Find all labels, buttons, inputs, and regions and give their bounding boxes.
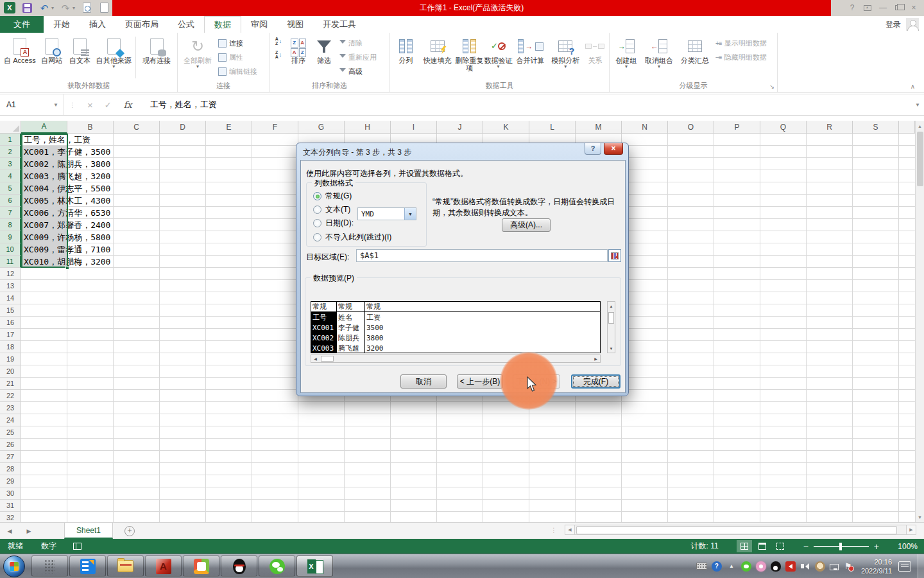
- row-header-14[interactable]: 14: [0, 292, 21, 304]
- data-validation-button[interactable]: ✓数据验证▾: [484, 34, 513, 81]
- sort-descending-button[interactable]: ZA↓: [271, 49, 286, 59]
- row-header-23[interactable]: 23: [0, 402, 21, 414]
- taskbar-screen-recorder-button[interactable]: [183, 556, 219, 577]
- redo-caret-icon[interactable]: ▾: [73, 5, 75, 11]
- name-box[interactable]: A1▼: [0, 94, 64, 115]
- taskbar-autocad-button[interactable]: [145, 556, 182, 577]
- column-header-G[interactable]: G: [298, 121, 345, 134]
- ribbon-tab-6[interactable]: 数据: [204, 16, 241, 33]
- restore-button[interactable]: [891, 2, 906, 13]
- volume-icon[interactable]: [800, 561, 810, 572]
- from-web-button[interactable]: 自网站: [38, 34, 66, 81]
- row-header-27[interactable]: 27: [0, 451, 21, 463]
- preview-cell[interactable]: 工号: [311, 312, 337, 322]
- sheet-nav-right-icon[interactable]: ▶: [19, 523, 38, 539]
- confirm-entry-icon[interactable]: ✓: [105, 100, 112, 110]
- row-header-28[interactable]: 28: [0, 463, 21, 475]
- zoom-slider-thumb[interactable]: [839, 543, 842, 550]
- preview-cell[interactable]: XC001: [311, 322, 337, 333]
- preview-cell[interactable]: 李子健: [337, 322, 365, 333]
- preview-cell[interactable]: XC003: [311, 343, 337, 353]
- column-header-F[interactable]: F: [252, 121, 298, 134]
- from-other-sources-button[interactable]: 自其他来源▾: [94, 34, 133, 81]
- from-text-button[interactable]: 自文本: [66, 34, 94, 81]
- column-header-N[interactable]: N: [622, 121, 668, 134]
- cell-A11[interactable]: XC010，胡腊梅，3200: [24, 256, 110, 268]
- row-header-17[interactable]: 17: [0, 329, 21, 341]
- date-format-combo[interactable]: YMD ▼: [357, 207, 416, 220]
- grid-row[interactable]: [21, 451, 915, 463]
- row-header-10[interactable]: 10: [0, 243, 21, 256]
- row-header-18[interactable]: 18: [0, 341, 21, 353]
- row-header-24[interactable]: 24: [0, 414, 21, 426]
- row-header-5[interactable]: 5: [0, 182, 21, 195]
- save-button[interactable]: [21, 2, 33, 13]
- close-button[interactable]: ×: [906, 2, 921, 13]
- range-select-button[interactable]: [608, 249, 621, 262]
- finish-button[interactable]: 完成(F): [571, 374, 620, 389]
- cell-A5[interactable]: XC004，伊志平，5500: [24, 182, 110, 195]
- back-button[interactable]: < 上一步(B): [457, 374, 503, 389]
- row-header-3[interactable]: 3: [0, 158, 21, 170]
- network-icon[interactable]: [830, 564, 839, 570]
- reapply-button[interactable]: 重新应用: [337, 50, 379, 64]
- column-header-K[interactable]: K: [483, 121, 529, 134]
- target-range-input[interactable]: $A$1: [356, 249, 608, 262]
- consolidate-button[interactable]: →合并计算: [513, 34, 548, 81]
- filter-button[interactable]: 筛选: [311, 34, 337, 81]
- sort-button[interactable]: ZAAZ排序: [286, 34, 311, 81]
- keyboard-icon[interactable]: [696, 563, 707, 570]
- row-header-26[interactable]: 26: [0, 439, 21, 451]
- minimize-button[interactable]: —: [875, 2, 891, 13]
- column-header-D[interactable]: D: [160, 121, 206, 134]
- properties-button[interactable]: 属性: [216, 50, 260, 64]
- column-header-J[interactable]: J: [437, 121, 483, 134]
- name-box-caret-icon[interactable]: ▼: [53, 102, 58, 108]
- row-header-22[interactable]: 22: [0, 390, 21, 402]
- ribbon-tab-7[interactable]: 审阅: [241, 16, 277, 33]
- row-header-1[interactable]: 1: [0, 134, 21, 146]
- preview-vscroll-thumb[interactable]: [608, 312, 614, 324]
- zoom-slider[interactable]: [814, 546, 869, 547]
- clear-filter-button[interactable]: 清除: [337, 36, 379, 50]
- radio-skip-column[interactable]: 不导入此列(跳过)(I): [313, 232, 391, 243]
- sheet-nav-left-icon[interactable]: ◀: [0, 523, 19, 539]
- taskbar-file-manager-button[interactable]: [107, 556, 144, 577]
- ribbon-tab-4[interactable]: 页面布局: [116, 16, 168, 33]
- preview-cell[interactable]: 腾飞超: [337, 343, 365, 353]
- column-header-S[interactable]: S: [853, 121, 899, 134]
- refresh-all-button[interactable]: ↻全部刷新▾: [180, 34, 216, 81]
- grid-row[interactable]: [21, 402, 915, 414]
- row-header-30[interactable]: 30: [0, 487, 21, 500]
- vertical-scroll-thumb[interactable]: [917, 132, 923, 186]
- cell-A3[interactable]: XC002，陈朋兵，3800: [24, 158, 110, 170]
- grid-row[interactable]: [21, 512, 915, 522]
- grid-row[interactable]: [21, 500, 915, 512]
- cell-A4[interactable]: XC003，腾飞超，3200: [24, 170, 110, 182]
- row-header-15[interactable]: 15: [0, 304, 21, 317]
- row-header-9[interactable]: 9: [0, 231, 21, 243]
- dialog-launcher-icon[interactable]: ↘: [769, 82, 774, 91]
- page-break-view-button[interactable]: [773, 540, 788, 552]
- column-header-A[interactable]: A: [21, 121, 67, 134]
- text-to-columns-button[interactable]: 分列: [392, 34, 420, 81]
- group-button[interactable]: →创建组▾: [612, 34, 641, 81]
- row-header-13[interactable]: 13: [0, 280, 21, 292]
- flag-icon[interactable]: [843, 561, 853, 572]
- preview-cell[interactable]: 3800: [365, 333, 600, 343]
- column-header-M[interactable]: M: [576, 121, 622, 134]
- monkey-icon[interactable]: [815, 561, 825, 572]
- cell-A6[interactable]: XC005，林木工，4300: [24, 195, 110, 207]
- start-button[interactable]: [3, 556, 25, 577]
- macro-record-icon[interactable]: [73, 543, 81, 550]
- radio-date[interactable]: 日期(D):: [313, 218, 354, 229]
- cell-A1[interactable]: 工号，姓名，工资: [24, 134, 90, 146]
- cell-A2[interactable]: XC001，李子健，3500: [24, 146, 110, 158]
- cell-A10[interactable]: XC009，雷孝通，7100: [24, 243, 110, 256]
- grid-row[interactable]: [21, 414, 915, 426]
- scroll-left-icon[interactable]: ◀: [565, 525, 575, 535]
- column-header-B[interactable]: B: [67, 121, 114, 134]
- ribbon-tab-5[interactable]: 公式: [168, 16, 204, 33]
- grid-row[interactable]: [21, 463, 915, 475]
- subtotal-button[interactable]: 分类汇总: [677, 34, 713, 81]
